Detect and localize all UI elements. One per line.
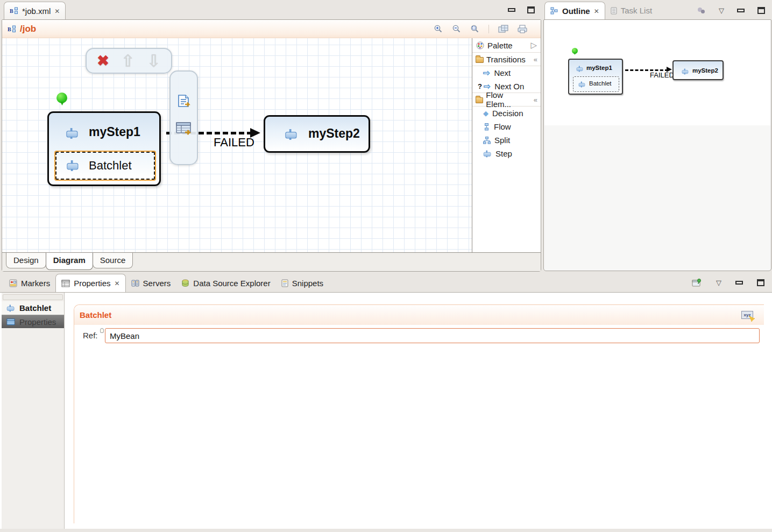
node-mystep1[interactable]: myStep1 Batchlet: [47, 111, 161, 186]
content-assist-bulb-icon: [100, 328, 104, 333]
ref-input[interactable]: [105, 328, 760, 343]
move-up-icon[interactable]: ⇧: [121, 53, 135, 69]
minimize-icon[interactable]: [737, 9, 745, 12]
tab-design[interactable]: Design: [6, 253, 46, 268]
next-arrow-icon: ⇨: [483, 69, 490, 77]
add-batchlet-icon[interactable]: [176, 94, 192, 110]
fast-view-pin-icon[interactable]: [692, 278, 702, 287]
mini-node-mystep2[interactable]: myStep2: [672, 60, 724, 80]
palette-group-label: Transitions: [486, 55, 526, 64]
close-icon[interactable]: ✕: [594, 8, 599, 15]
mini-node-mystep1[interactable]: myStep1 Batchlet: [568, 59, 623, 95]
palette-item-split[interactable]: Split: [472, 133, 541, 147]
tab-source[interactable]: Source: [93, 253, 133, 268]
step-icon: [483, 150, 490, 157]
palette-item-label: Step: [495, 149, 512, 158]
maximize-icon[interactable]: [757, 279, 764, 286]
view-dots-icon[interactable]: [697, 7, 706, 14]
node-batchlet-label: Batchlet: [89, 159, 132, 173]
pin-icon[interactable]: «: [534, 96, 537, 104]
palette-item-next[interactable]: ⇨ Next: [472, 66, 541, 80]
node-mystep2-title: myStep2: [308, 126, 360, 141]
snippets-icon: [281, 279, 288, 287]
palette-icon: [476, 41, 484, 49]
step-icon: [285, 129, 295, 140]
editor-area: B *job.xml ✕ B /job: [2, 2, 541, 272]
sidebar-item-batchlet[interactable]: Batchlet: [2, 301, 64, 315]
step-icon: [578, 82, 584, 88]
editor-page-tabs: Design Diagram Source: [2, 252, 541, 271]
minimize-icon[interactable]: [508, 8, 515, 12]
mini-batchlet-label: Batchlet: [589, 80, 612, 87]
job-diagram-icon: B: [8, 25, 16, 33]
view-menu-icon[interactable]: ▽: [716, 279, 721, 287]
tab-outline[interactable]: Outline ✕: [544, 2, 605, 19]
palette-group-flow-elements[interactable]: Flow Elem... «: [472, 93, 541, 107]
editor-body: B /job: [2, 19, 541, 272]
svg-text:B: B: [10, 8, 13, 14]
step-icon: [576, 66, 582, 72]
mini-transition-label: FAILED: [650, 71, 674, 79]
palette-item-label: Flow: [494, 122, 511, 131]
palette-group-label: Flow Elem...: [486, 90, 528, 109]
zoom-in-icon[interactable]: [434, 25, 443, 33]
flow-icon: [483, 123, 490, 131]
tab-data-source-explorer[interactable]: Data Source Explorer: [176, 274, 275, 292]
palette-collapse-icon[interactable]: ▷: [530, 40, 537, 50]
palette-item-step[interactable]: Step: [472, 147, 541, 160]
minimize-icon[interactable]: [735, 281, 743, 285]
markers-icon: [9, 279, 17, 287]
tab-markers[interactable]: Markers: [4, 274, 55, 292]
tab-servers[interactable]: Servers: [126, 274, 176, 292]
tab-diagram[interactable]: Diagram: [46, 253, 93, 270]
breadcrumb-job[interactable]: /job: [20, 24, 36, 34]
tab-task-list[interactable]: Task List: [605, 2, 657, 19]
maximize-icon[interactable]: [527, 6, 535, 13]
zoom-fit-icon[interactable]: [470, 25, 479, 33]
node-batchlet[interactable]: Batchlet: [55, 152, 155, 180]
palette-item-label: Decision: [492, 109, 523, 118]
next-arrow-icon: ⇨: [484, 82, 491, 91]
batchlet-section-header: Batchlet xyz: [74, 305, 764, 325]
properties-body: Batchlet Properties Batchlet xyz Ref:: [0, 292, 772, 529]
palette-group-transitions[interactable]: Transitions «: [472, 52, 541, 66]
palette-item-decision[interactable]: ◆ Decision: [472, 107, 541, 120]
move-down-icon[interactable]: ⇩: [147, 53, 161, 69]
close-icon[interactable]: ✕: [54, 8, 60, 15]
servers-icon: [131, 279, 139, 287]
palette-header[interactable]: Palette ▷: [472, 38, 541, 53]
start-point[interactable]: [56, 93, 67, 103]
split-icon: [483, 137, 491, 144]
palette-item-flow[interactable]: Flow: [472, 120, 541, 133]
diagram-canvas[interactable]: myStep1 Batchlet ✖ ⇧ ⇩: [2, 38, 472, 252]
zoom-out-icon[interactable]: [452, 25, 461, 33]
outline-body: myStep1 Batchlet FAILED myStep2: [543, 19, 771, 271]
toolbar-separator: [488, 25, 489, 33]
tab-snippets[interactable]: Snippets: [276, 274, 329, 292]
step-icon: [6, 304, 13, 311]
editor-tab-label: *job.xml: [22, 6, 51, 16]
delete-icon[interactable]: ✖: [97, 54, 109, 68]
batchlet-section: Batchlet xyz Ref:: [74, 304, 764, 523]
snap-grid-icon[interactable]: [498, 25, 508, 33]
add-properties-icon[interactable]: [175, 121, 193, 136]
tab-snippets-label: Snippets: [292, 279, 323, 288]
close-icon[interactable]: ✕: [115, 280, 120, 287]
tab-properties[interactable]: Properties ✕: [55, 274, 125, 292]
sidebar-item-properties[interactable]: Properties: [2, 315, 64, 328]
view-menu-icon[interactable]: ▽: [719, 6, 724, 15]
folder-icon: [476, 97, 483, 103]
mini-node-batchlet[interactable]: Batchlet: [573, 76, 619, 92]
print-icon[interactable]: [518, 25, 528, 33]
palette: Palette ▷ Transitions « ⇨ Next ? ⇨ Next …: [472, 38, 541, 252]
outline-minimap[interactable]: myStep1 Batchlet FAILED myStep2: [544, 20, 770, 125]
node-mystep2[interactable]: myStep2: [264, 115, 370, 153]
tab-markers-label: Markers: [21, 279, 50, 288]
show-source-icon[interactable]: xyz: [741, 311, 753, 319]
maximize-icon[interactable]: [757, 7, 765, 14]
transition-label[interactable]: FAILED: [214, 136, 254, 150]
editor-tab-jobxml[interactable]: B *job.xml ✕: [4, 2, 66, 19]
job-diagram-icon: B: [10, 7, 18, 15]
pin-icon[interactable]: «: [534, 55, 537, 63]
step-icon: [66, 160, 77, 171]
